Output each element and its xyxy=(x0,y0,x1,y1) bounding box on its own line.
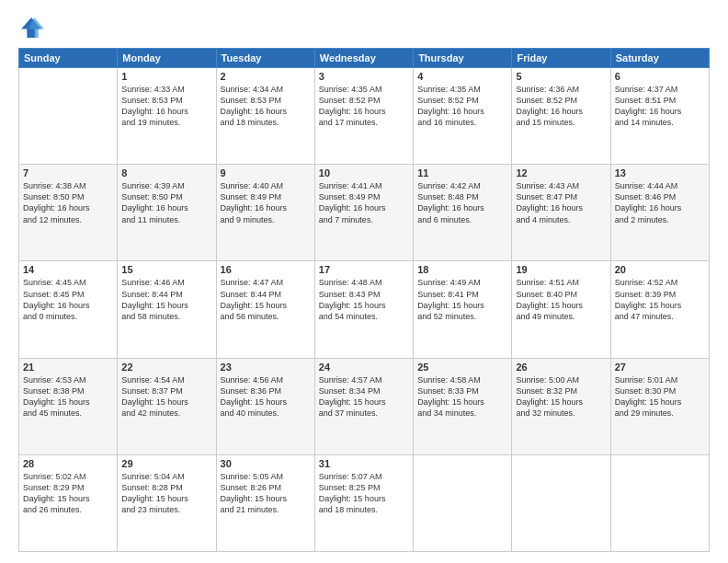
calendar-cell xyxy=(610,454,709,551)
calendar-cell: 7Sunrise: 4:38 AMSunset: 8:50 PMDaylight… xyxy=(19,165,118,261)
calendar-header-friday: Friday xyxy=(512,49,610,68)
day-number: 27 xyxy=(615,362,705,373)
cell-content: Sunrise: 4:58 AMSunset: 8:33 PMDaylight:… xyxy=(417,374,507,419)
cell-content: Sunrise: 5:00 AMSunset: 8:32 PMDaylight:… xyxy=(516,374,606,419)
calendar-week-3: 14Sunrise: 4:45 AMSunset: 8:45 PMDayligh… xyxy=(19,261,710,358)
cell-content: Sunrise: 4:38 AMSunset: 8:50 PMDaylight:… xyxy=(23,180,113,225)
calendar-cell: 29Sunrise: 5:04 AMSunset: 8:28 PMDayligh… xyxy=(118,454,216,551)
cell-content: Sunrise: 5:04 AMSunset: 8:28 PMDaylight:… xyxy=(121,471,211,516)
calendar-cell: 26Sunrise: 5:00 AMSunset: 8:32 PMDayligh… xyxy=(512,358,610,454)
cell-content: Sunrise: 4:35 AMSunset: 8:52 PMDaylight:… xyxy=(319,84,409,129)
calendar-cell: 14Sunrise: 4:45 AMSunset: 8:45 PMDayligh… xyxy=(19,261,118,358)
calendar-cell: 18Sunrise: 4:49 AMSunset: 8:41 PMDayligh… xyxy=(414,261,512,358)
cell-content: Sunrise: 4:45 AMSunset: 8:45 PMDaylight:… xyxy=(23,277,113,322)
cell-content: Sunrise: 4:46 AMSunset: 8:44 PMDaylight:… xyxy=(121,277,211,322)
calendar-cell: 10Sunrise: 4:41 AMSunset: 8:49 PMDayligh… xyxy=(314,165,413,261)
day-number: 4 xyxy=(417,71,507,82)
day-number: 5 xyxy=(516,71,606,82)
calendar-cell: 2Sunrise: 4:34 AMSunset: 8:53 PMDaylight… xyxy=(216,68,314,165)
calendar-header-saturday: Saturday xyxy=(610,49,709,68)
day-number: 13 xyxy=(615,167,705,178)
cell-content: Sunrise: 4:33 AMSunset: 8:53 PMDaylight:… xyxy=(121,84,211,129)
calendar-cell: 6Sunrise: 4:37 AMSunset: 8:51 PMDaylight… xyxy=(610,68,709,165)
day-number: 7 xyxy=(23,167,113,178)
cell-content: Sunrise: 4:34 AMSunset: 8:53 PMDaylight:… xyxy=(221,84,311,129)
day-number: 25 xyxy=(417,362,507,373)
calendar-cell: 19Sunrise: 4:51 AMSunset: 8:40 PMDayligh… xyxy=(512,261,610,358)
calendar-cell: 13Sunrise: 4:44 AMSunset: 8:46 PMDayligh… xyxy=(610,165,709,261)
day-number: 16 xyxy=(221,264,311,275)
day-number: 29 xyxy=(121,458,211,469)
day-number: 30 xyxy=(221,458,311,469)
calendar-header-wednesday: Wednesday xyxy=(314,49,413,68)
cell-content: Sunrise: 4:43 AMSunset: 8:47 PMDaylight:… xyxy=(516,180,606,225)
cell-content: Sunrise: 4:48 AMSunset: 8:43 PMDaylight:… xyxy=(319,277,409,322)
calendar-table: SundayMondayTuesdayWednesdayThursdayFrid… xyxy=(18,48,710,552)
day-number: 18 xyxy=(417,264,507,275)
calendar-cell: 28Sunrise: 5:02 AMSunset: 8:29 PMDayligh… xyxy=(19,454,118,551)
cell-content: Sunrise: 5:05 AMSunset: 8:26 PMDaylight:… xyxy=(221,471,311,516)
cell-content: Sunrise: 4:37 AMSunset: 8:51 PMDaylight:… xyxy=(615,84,705,129)
calendar-cell xyxy=(19,68,118,165)
calendar-cell: 8Sunrise: 4:39 AMSunset: 8:50 PMDaylight… xyxy=(118,165,216,261)
calendar-cell: 12Sunrise: 4:43 AMSunset: 8:47 PMDayligh… xyxy=(512,165,610,261)
cell-content: Sunrise: 4:57 AMSunset: 8:34 PMDaylight:… xyxy=(319,374,409,419)
calendar-header-sunday: Sunday xyxy=(19,49,118,68)
day-number: 23 xyxy=(221,362,311,373)
cell-content: Sunrise: 4:36 AMSunset: 8:52 PMDaylight:… xyxy=(516,84,606,129)
day-number: 11 xyxy=(417,167,507,178)
calendar-cell: 24Sunrise: 4:57 AMSunset: 8:34 PMDayligh… xyxy=(314,358,413,454)
cell-content: Sunrise: 4:51 AMSunset: 8:40 PMDaylight:… xyxy=(516,277,606,322)
calendar-cell xyxy=(512,454,610,551)
calendar-header-monday: Monday xyxy=(118,49,216,68)
calendar-cell: 22Sunrise: 4:54 AMSunset: 8:37 PMDayligh… xyxy=(118,358,216,454)
calendar-cell xyxy=(414,454,512,551)
calendar-cell: 27Sunrise: 5:01 AMSunset: 8:30 PMDayligh… xyxy=(610,358,709,454)
cell-content: Sunrise: 4:52 AMSunset: 8:39 PMDaylight:… xyxy=(615,277,705,322)
calendar-cell: 9Sunrise: 4:40 AMSunset: 8:49 PMDaylight… xyxy=(216,165,314,261)
cell-content: Sunrise: 4:53 AMSunset: 8:38 PMDaylight:… xyxy=(23,374,113,419)
calendar-week-4: 21Sunrise: 4:53 AMSunset: 8:38 PMDayligh… xyxy=(19,358,710,454)
day-number: 3 xyxy=(319,71,409,82)
calendar-cell: 1Sunrise: 4:33 AMSunset: 8:53 PMDaylight… xyxy=(118,68,216,165)
day-number: 1 xyxy=(121,71,211,82)
calendar-week-1: 1Sunrise: 4:33 AMSunset: 8:53 PMDaylight… xyxy=(19,68,710,165)
calendar-week-2: 7Sunrise: 4:38 AMSunset: 8:50 PMDaylight… xyxy=(19,165,710,261)
cell-content: Sunrise: 4:44 AMSunset: 8:46 PMDaylight:… xyxy=(615,180,705,225)
cell-content: Sunrise: 5:07 AMSunset: 8:25 PMDaylight:… xyxy=(319,471,409,516)
calendar-cell: 23Sunrise: 4:56 AMSunset: 8:36 PMDayligh… xyxy=(216,358,314,454)
calendar-cell: 16Sunrise: 4:47 AMSunset: 8:44 PMDayligh… xyxy=(216,261,314,358)
day-number: 15 xyxy=(121,264,211,275)
day-number: 2 xyxy=(221,71,311,82)
day-number: 6 xyxy=(615,71,705,82)
calendar-cell: 20Sunrise: 4:52 AMSunset: 8:39 PMDayligh… xyxy=(610,261,709,358)
day-number: 26 xyxy=(516,362,606,373)
cell-content: Sunrise: 4:41 AMSunset: 8:49 PMDaylight:… xyxy=(319,180,409,225)
page: SundayMondayTuesdayWednesdayThursdayFrid… xyxy=(0,0,728,563)
cell-content: Sunrise: 4:42 AMSunset: 8:48 PMDaylight:… xyxy=(417,180,507,225)
calendar-cell: 31Sunrise: 5:07 AMSunset: 8:25 PMDayligh… xyxy=(314,454,413,551)
day-number: 8 xyxy=(121,167,211,178)
day-number: 22 xyxy=(121,362,211,373)
day-number: 12 xyxy=(516,167,606,178)
cell-content: Sunrise: 4:56 AMSunset: 8:36 PMDaylight:… xyxy=(221,374,311,419)
cell-content: Sunrise: 5:01 AMSunset: 8:30 PMDaylight:… xyxy=(615,374,705,419)
calendar-header-row: SundayMondayTuesdayWednesdayThursdayFrid… xyxy=(19,49,710,68)
calendar-cell: 4Sunrise: 4:35 AMSunset: 8:52 PMDaylight… xyxy=(414,68,512,165)
cell-content: Sunrise: 4:35 AMSunset: 8:52 PMDaylight:… xyxy=(417,84,507,129)
calendar-cell: 5Sunrise: 4:36 AMSunset: 8:52 PMDaylight… xyxy=(512,68,610,165)
cell-content: Sunrise: 4:54 AMSunset: 8:37 PMDaylight:… xyxy=(121,374,211,419)
day-number: 31 xyxy=(319,458,409,469)
calendar-week-5: 28Sunrise: 5:02 AMSunset: 8:29 PMDayligh… xyxy=(19,454,710,551)
calendar-cell: 11Sunrise: 4:42 AMSunset: 8:48 PMDayligh… xyxy=(414,165,512,261)
cell-content: Sunrise: 4:40 AMSunset: 8:49 PMDaylight:… xyxy=(221,180,311,225)
header xyxy=(18,15,710,40)
calendar-cell: 30Sunrise: 5:05 AMSunset: 8:26 PMDayligh… xyxy=(216,454,314,551)
calendar-cell: 25Sunrise: 4:58 AMSunset: 8:33 PMDayligh… xyxy=(414,358,512,454)
day-number: 28 xyxy=(23,458,113,469)
calendar-cell: 21Sunrise: 4:53 AMSunset: 8:38 PMDayligh… xyxy=(19,358,118,454)
day-number: 19 xyxy=(516,264,606,275)
cell-content: Sunrise: 4:39 AMSunset: 8:50 PMDaylight:… xyxy=(121,180,211,225)
day-number: 17 xyxy=(319,264,409,275)
day-number: 24 xyxy=(319,362,409,373)
